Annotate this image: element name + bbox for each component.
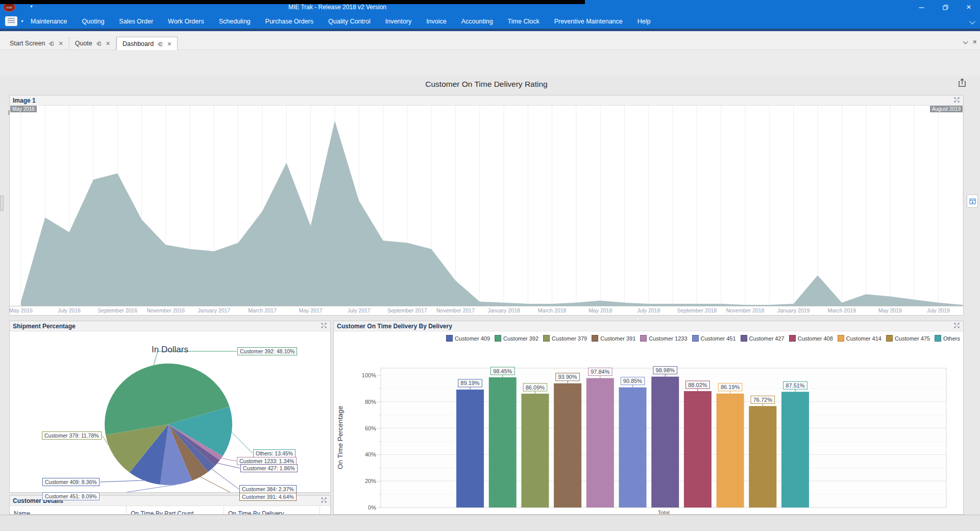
tab-start-screen[interactable]: Start Screen✕ — [4, 37, 69, 50]
x-tick-label: May 2017 — [299, 307, 323, 313]
legend-item-customer-392[interactable]: Customer 392 — [495, 335, 538, 342]
area-chart-svg[interactable] — [10, 106, 963, 306]
legend-item-customer-409[interactable]: Customer 409 — [446, 335, 490, 342]
svg-text:Total: Total — [657, 510, 669, 514]
svg-text:86.19%: 86.19% — [721, 384, 740, 390]
expand-icon[interactable] — [953, 96, 960, 105]
panel-delivery: Customer On Time Delivery By Delivery 0%… — [333, 321, 964, 515]
pin-icon[interactable] — [157, 41, 163, 47]
bar-customer-1233[interactable] — [586, 378, 614, 508]
bar-customer-391[interactable] — [554, 383, 581, 508]
bar-customer-408[interactable] — [684, 391, 712, 508]
menu-item-invoice[interactable]: Invoice — [426, 18, 447, 25]
pin-icon — [157, 41, 163, 47]
menu-item-accounting[interactable]: Accounting — [461, 18, 493, 25]
svg-text:88.02%: 88.02% — [688, 382, 707, 388]
app-menu-chevron-icon[interactable]: ▼ — [20, 19, 24, 23]
pin-icon[interactable] — [96, 41, 102, 46]
legend-item-customer-391[interactable]: Customer 391 — [592, 335, 635, 342]
menu-item-quality-control[interactable]: Quality Control — [328, 18, 371, 25]
close-icon[interactable]: ✕ — [166, 41, 172, 47]
area-series[interactable] — [21, 120, 963, 306]
pie-label-customer-384: Customer 384: 2.37% — [239, 485, 297, 493]
main-menu: MaintenanceQuotingSales OrderWork Orders… — [31, 14, 650, 29]
dashboard-toolbar: Dashboard AnalysisReport ✕ ▼ Refresh Int… — [0, 50, 980, 77]
panel-shipment-percentage: Shipment Percentage In Dollars Customer … — [9, 321, 331, 493]
legend-item-customer-379[interactable]: Customer 379 — [543, 335, 587, 342]
top-black-strip — [0, 0, 585, 4]
legend-item-customer-414[interactable]: Customer 414 — [838, 335, 881, 342]
tab-quote[interactable]: Quote✕ — [69, 37, 116, 50]
bar-customer-379[interactable] — [521, 394, 549, 508]
panel-shipment-title: Shipment Percentage — [13, 323, 76, 330]
legend-label: Customer 475 — [895, 335, 930, 342]
menu-item-sales-order[interactable]: Sales Order — [119, 18, 153, 25]
restore-button[interactable] — [936, 0, 955, 14]
expand-icon[interactable] — [321, 322, 327, 331]
bar-others[interactable] — [781, 392, 809, 508]
close-icon[interactable]: ✕ — [105, 40, 110, 47]
app-menu-icon[interactable] — [5, 16, 17, 26]
details-column-2[interactable]: On Time By Part Count — [127, 506, 224, 515]
x-tick-label: September 2017 — [387, 307, 427, 313]
menu-item-help[interactable]: Help — [638, 18, 651, 25]
legend-item-customer-451[interactable]: Customer 451 — [692, 335, 736, 342]
legend-label: Customer 409 — [455, 335, 490, 342]
share-export-icon[interactable] — [957, 77, 968, 88]
svg-text:87.51%: 87.51% — [786, 382, 805, 389]
x-tick-label: September 2016 — [97, 307, 137, 313]
expand-icon[interactable] — [321, 496, 327, 505]
window-title: MIE Trak - Release 2018 v2 Version — [288, 4, 386, 11]
range-start-label: May 2016 — [10, 106, 37, 112]
legend-item-others[interactable]: Others — [935, 335, 960, 342]
tab-close-all-icon[interactable]: ✕ — [972, 39, 977, 45]
range-end-label: August 2019 — [930, 106, 963, 112]
pin-icon[interactable] — [48, 41, 54, 46]
details-column-3[interactable]: On Time By Delivery — [224, 506, 320, 515]
left-edge-handle[interactable] — [0, 196, 4, 211]
legend-item-customer-1233[interactable]: Customer 1233 — [640, 335, 687, 342]
legend-label: Customer 1233 — [649, 335, 687, 342]
x-tick-label: November 2016 — [146, 307, 185, 313]
bar-customer-475[interactable] — [749, 406, 776, 508]
pie-label-customer-427: Customer 427: 1.86% — [240, 464, 298, 472]
svg-text:0%: 0% — [368, 504, 376, 511]
panel-delivery-title: Customer On Time Delivery By Delivery — [337, 323, 452, 330]
menu-item-scheduling[interactable]: Scheduling — [219, 18, 251, 25]
menu-item-time-clock[interactable]: Time Clock — [508, 18, 540, 25]
bar-customer-414[interactable] — [717, 394, 744, 508]
legend-swatch — [886, 335, 893, 342]
tab-dashboard[interactable]: Dashboard✕ — [116, 37, 178, 51]
flyout-panel-icon — [969, 198, 976, 205]
x-tick-label: January 2019 — [777, 307, 810, 313]
close-icon[interactable]: ✕ — [58, 40, 63, 47]
legend-item-customer-475[interactable]: Customer 475 — [886, 335, 930, 342]
menu-item-preventive-maintenance[interactable]: Preventive Maintenance — [554, 18, 623, 25]
bar-customer-427[interactable] — [651, 377, 679, 508]
x-tick-label: January 2017 — [198, 307, 231, 313]
close-button[interactable]: ✕ — [959, 0, 978, 14]
svg-text:93.90%: 93.90% — [558, 374, 577, 380]
legend-item-customer-408[interactable]: Customer 408 — [789, 335, 833, 342]
details-column-1[interactable]: Name — [10, 506, 127, 515]
expand-icon[interactable] — [953, 322, 960, 331]
flyout-panel-button[interactable] — [967, 195, 978, 208]
legend-label: Customer 408 — [798, 335, 833, 342]
minimize-button[interactable] — [912, 0, 931, 14]
svg-text:98.98%: 98.98% — [656, 367, 675, 373]
bar-customer-392[interactable] — [489, 377, 517, 508]
menu-item-maintenance[interactable]: Maintenance — [31, 18, 67, 25]
tab-list-chevron-icon[interactable] — [963, 39, 968, 44]
menu-item-work-orders[interactable]: Work Orders — [168, 18, 204, 25]
bar-customer-451[interactable] — [619, 388, 647, 508]
svg-text:86.09%: 86.09% — [526, 384, 545, 391]
legend-label: Others — [943, 335, 960, 342]
quick-access-chevron-icon[interactable]: ▼ — [30, 5, 33, 8]
bar-customer-409[interactable] — [456, 390, 484, 508]
menu-item-quoting[interactable]: Quoting — [82, 18, 105, 25]
menu-item-purchase-orders[interactable]: Purchase Orders — [265, 18, 313, 25]
legend-item-customer-427[interactable]: Customer 427 — [741, 335, 785, 342]
legend-swatch — [692, 335, 699, 342]
area-chart-x-axis: May 2016July 2016September 2016November … — [10, 306, 963, 315]
menu-item-inventory[interactable]: Inventory — [385, 18, 411, 25]
